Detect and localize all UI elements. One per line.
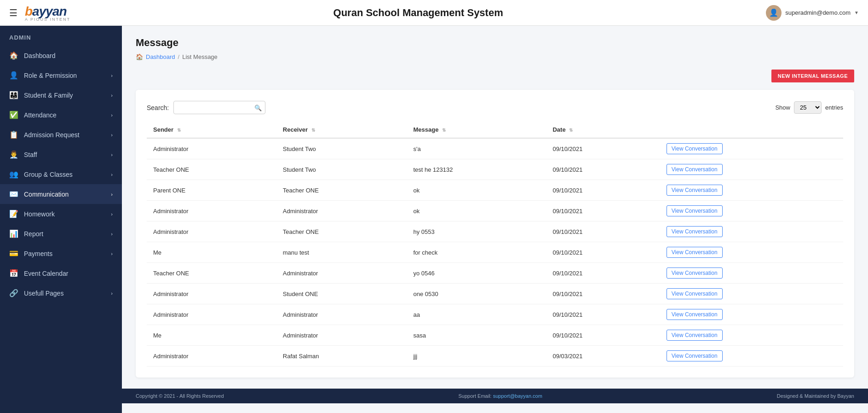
table-controls: Search: 🔍 Show 25 50 100 entri: [147, 101, 843, 114]
search-input-wrap: 🔍: [173, 101, 265, 114]
cell-sender: Teacher ONE: [147, 159, 276, 180]
chevron-right-icon: ›: [111, 73, 113, 78]
cell-date: 09/10/2021: [546, 304, 660, 325]
sort-icon: ⇅: [442, 128, 446, 133]
view-conversation-button[interactable]: View Conversation: [667, 164, 723, 175]
table-header-row: Sender ⇅ Receiver ⇅ Message ⇅ Date ⇅: [147, 122, 843, 138]
view-conversation-button[interactable]: View Conversation: [667, 143, 723, 154]
cell-date: 09/10/2021: [546, 138, 660, 159]
table-row: Parent ONE Teacher ONE ok 09/10/2021 Vie…: [147, 180, 843, 201]
cell-receiver: Student ONE: [276, 284, 407, 304]
user-area[interactable]: 👤 superadmin@demo.com ▼: [766, 5, 859, 21]
sidebar-item-usefull-pages[interactable]: 🔗 Usefull Pages ›: [0, 283, 122, 303]
sidebar-item-event-calendar[interactable]: 📅 Event Calendar: [0, 263, 122, 283]
user-email: superadmin@demo.com: [785, 9, 851, 16]
cell-sender: Teacher ONE: [147, 263, 276, 284]
sidebar-item-homework[interactable]: 📝 Homework ›: [0, 204, 122, 224]
cell-receiver: Rafat Salman: [276, 346, 407, 366]
table-row: Administrator Student ONE one 0530 09/10…: [147, 284, 843, 304]
search-input[interactable]: [173, 101, 265, 114]
view-conversation-button[interactable]: View Conversation: [667, 350, 723, 361]
pages-icon: 🔗: [9, 289, 18, 297]
sidebar-admin-label: ADMIN: [0, 26, 122, 46]
show-select[interactable]: 25 50 100: [794, 101, 822, 114]
breadcrumb-home-icon: 🏠: [136, 53, 143, 60]
chevron-right-icon: ›: [111, 231, 113, 237]
content-page-title: Message: [136, 37, 854, 49]
cell-sender: Me: [147, 242, 276, 263]
cell-date: 09/10/2021: [546, 263, 660, 284]
cell-action: View Conversation: [660, 201, 843, 221]
cell-date: 09/10/2021: [546, 180, 660, 201]
cell-date: 09/10/2021: [546, 284, 660, 304]
chevron-right-icon: ›: [111, 152, 113, 157]
cell-message: s'a: [407, 138, 546, 159]
cell-action: View Conversation: [660, 242, 843, 263]
cell-message: one 0530: [407, 284, 546, 304]
sidebar-item-group-classes[interactable]: 👥 Group & Classes ›: [0, 164, 122, 184]
sidebar-item-label: Event Calendar: [24, 270, 69, 277]
table-row: Administrator Administrator aa 09/10/202…: [147, 304, 843, 325]
sidebar-item-report[interactable]: 📊 Report ›: [0, 224, 122, 244]
view-conversation-button[interactable]: View Conversation: [667, 268, 723, 279]
cell-receiver: manu test: [276, 242, 407, 263]
view-conversation-button[interactable]: View Conversation: [667, 247, 723, 258]
messages-table: Sender ⇅ Receiver ⇅ Message ⇅ Date ⇅ Adm…: [147, 122, 843, 366]
sidebar-item-label: Communication: [24, 191, 69, 198]
sidebar-item-dashboard[interactable]: 🏠 Dashboard: [0, 46, 122, 65]
group-icon: 👥: [9, 170, 18, 179]
cell-message: sasa: [407, 325, 546, 346]
sidebar-item-staff[interactable]: 👨‍💼 Staff ›: [0, 145, 122, 164]
view-conversation-button[interactable]: View Conversation: [667, 185, 723, 196]
cell-message: test he 123132: [407, 159, 546, 180]
view-conversation-button[interactable]: View Conversation: [667, 309, 723, 320]
cell-receiver: Student Two: [276, 138, 407, 159]
new-internal-message-button[interactable]: NEW INTERNAL MESSAGE: [771, 70, 854, 82]
breadcrumb: 🏠 Dashboard / List Message: [136, 53, 854, 60]
col-receiver[interactable]: Receiver ⇅: [276, 122, 407, 138]
view-conversation-button[interactable]: View Conversation: [667, 226, 723, 237]
sidebar-item-communication[interactable]: ✉️ Communication ›: [0, 184, 122, 204]
breadcrumb-dashboard-link[interactable]: Dashboard: [146, 53, 175, 60]
content-inner: Message 🏠 Dashboard / List Message NEW I…: [122, 26, 868, 389]
view-conversation-button[interactable]: View Conversation: [667, 330, 723, 341]
sidebar-item-label: Group & Classes: [24, 171, 73, 178]
cell-receiver: Administrator: [276, 325, 407, 346]
cell-receiver: Teacher ONE: [276, 221, 407, 242]
chevron-right-icon: ›: [111, 291, 113, 296]
view-conversation-button[interactable]: View Conversation: [667, 288, 723, 299]
table-row: Administrator Administrator ok 09/10/202…: [147, 201, 843, 221]
cell-sender: Me: [147, 325, 276, 346]
cell-action: View Conversation: [660, 180, 843, 201]
cell-action: View Conversation: [660, 346, 843, 366]
avatar: 👤: [766, 5, 782, 21]
sort-icon: ⇅: [311, 128, 315, 133]
chevron-down-icon: ▼: [854, 10, 859, 15]
search-area: Search: 🔍: [147, 101, 265, 114]
footer-support-email-link[interactable]: support@bayyan.com: [493, 393, 542, 399]
col-date[interactable]: Date ⇅: [546, 122, 660, 138]
sidebar-item-student-family[interactable]: 👨‍👩‍👧 Student & Family ›: [0, 85, 122, 105]
footer-support: Support Email: support@bayyan.com: [458, 393, 542, 399]
sidebar-item-label: Attendance: [24, 111, 57, 119]
sort-icon: ⇅: [177, 128, 181, 133]
staff-icon: 👨‍💼: [9, 150, 18, 159]
view-conversation-button[interactable]: View Conversation: [667, 205, 723, 216]
breadcrumb-separator: /: [178, 53, 180, 60]
cell-message: aa: [407, 304, 546, 325]
col-message[interactable]: Message ⇅: [407, 122, 546, 138]
hamburger-icon[interactable]: ☰: [9, 7, 17, 18]
sidebar-item-role-permission[interactable]: 👤 Role & Permission ›: [0, 65, 122, 85]
search-icon[interactable]: 🔍: [254, 104, 262, 111]
cell-message: ok: [407, 201, 546, 221]
role-icon: 👤: [9, 71, 18, 80]
sidebar-item-admission-request[interactable]: 📋 Admission Request ›: [0, 125, 122, 145]
footer-bar: Copyright © 2021 - All Rights Reserved S…: [122, 389, 868, 403]
cell-receiver: Administrator: [276, 304, 407, 325]
table-row: Me manu test for check 09/10/2021 View C…: [147, 242, 843, 263]
sidebar-item-payments[interactable]: 💳 Payments ›: [0, 244, 122, 263]
cell-action: View Conversation: [660, 304, 843, 325]
sidebar-item-attendance[interactable]: ✅ Attendance ›: [0, 105, 122, 125]
col-sender[interactable]: Sender ⇅: [147, 122, 276, 138]
cell-action: View Conversation: [660, 325, 843, 346]
